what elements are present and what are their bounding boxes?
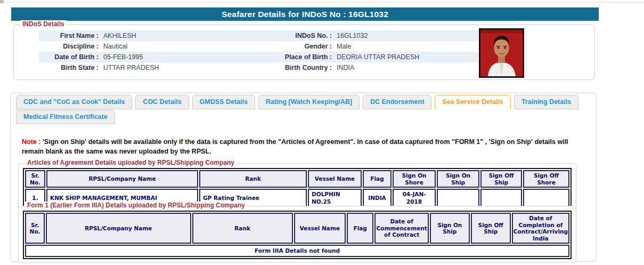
place-of-birth-label: Place of Birth : [238,52,333,62]
cell-flag: INDIA [363,189,392,207]
tab-bar-row-2: Medical Fitness Certificate [16,110,115,124]
sign-on-ship-note: Note : 'Sign on Ship' details will be av… [22,137,581,156]
form1-details-section: Form 1 (Earlier Form IIIA) Details uploa… [18,206,576,263]
col-header-rank: Rank [192,213,293,244]
col-header-sign-off-ship: Sign Off Ship [480,170,522,188]
place-of-birth-value: DEORIA UTTAR PRADESH [333,52,478,62]
indos-row-first-name: First Name : AKHILESH INDoS No. : 16GL10… [39,30,478,41]
col-header-flag: Flag [347,213,374,244]
birth-state-value: UTTAR PRADESH [100,62,238,73]
page-title: Seafarer Details for INDoS No : 16GL1032 [11,7,599,21]
col-header-flag: Flag [363,170,392,188]
cell-sign-off-shore [523,189,569,207]
form1-header-row: Sr. No. RPSL/Company Name Rank Vessel Na… [25,213,569,244]
col-header-vessel: Vessel Name [308,170,362,188]
first-name-label: First Name : [39,30,100,41]
note-text: 'Sign on Ship' details will be available… [22,138,568,155]
tab-sea-service-details[interactable]: Sea Service Details [435,95,511,109]
col-header-sign-off-shore: Sign Off Shore [523,170,569,188]
tab-rating-watch-keeping-ab[interactable]: Rating [Watch Keeping/AB] [258,95,360,109]
cell-sign-on-shore: 04-JAN-2018 [393,189,436,207]
date-of-birth-label: Date of Birth : [39,52,100,62]
tab-coc-details[interactable]: COC Details [135,95,189,109]
col-header-vessel: Vessel Name [294,213,346,244]
form1-details-table: Sr. No. RPSL/Company Name Rank Vessel Na… [23,211,572,259]
indos-no-value: 16GL1032 [333,30,478,41]
form1-details-legend: Form 1 (Earlier Form IIIA) Details uploa… [25,202,247,209]
seafarer-tabs-panel: CDC and "CoC as Cook" Details COC Detail… [10,93,597,262]
col-header-sr-no: Sr. No. [25,213,45,244]
col-header-sign-on-shore: Sign On Shore [393,170,436,188]
col-header-date-of-completion: Date of Completion of Contract/Arriving … [512,213,569,244]
note-prefix: Note : [22,138,40,146]
col-header-date-of-commencement: Date of Commencement of Contract [374,213,428,244]
col-header-rank: Rank [199,170,307,188]
indos-no-label: INDoS No. : [238,30,333,41]
col-header-company: RPSL/Company Name [46,213,191,244]
col-header-sign-on-ship: Sign On Ship [430,213,470,244]
indos-details-section: INDoS Details First Name : AKHILESH INDo… [13,25,595,80]
date-of-birth-value: 05-FEB-1995 [100,52,238,62]
tab-cdc-coc-as-cook-details[interactable]: CDC and "CoC as Cook" Details [16,95,132,109]
birth-country-value: INDIA [333,62,478,73]
col-header-company: RPSL/Company Name [46,170,198,188]
cell-sign-off-ship [480,189,522,207]
seafarer-photo [479,28,524,78]
articles-of-agreement-legend: Articles of Agreement Details uploaded b… [25,159,237,166]
page-top-divider [0,2,644,3]
gender-value: Male [333,41,478,52]
discipline-value: Nautical [100,41,238,52]
tab-bar-row-1: CDC and "CoC as Cook" Details COC Detail… [16,95,578,109]
indos-details-grid: First Name : AKHILESH INDoS No. : 16GL10… [39,30,478,73]
col-header-sr-no: Sr. No. [25,170,45,188]
articles-header-row: Sr. No. RPSL/Company Name Rank Vessel Na… [25,170,569,188]
tab-gmdss-details[interactable]: GMDSS Details [192,95,255,109]
indos-row-date-of-birth: Date of Birth : 05-FEB-1995 Place of Bir… [39,52,478,62]
gender-label: Gender : [238,41,333,52]
col-header-sign-on-ship: Sign On Ship [437,170,479,188]
birth-country-label: Birth Country : [238,62,333,73]
col-header-sign-off-ship: Sign Off Ship [471,213,511,244]
form1-empty-row: Form IIIA Details not found [25,245,569,257]
tab-medical-fitness-certificate[interactable]: Medical Fitness Certificate [16,110,115,124]
first-name-value: AKHILESH [100,30,238,41]
birth-state-label: Birth State : [39,62,100,73]
page-corner-mark [0,0,4,3]
tab-training-details[interactable]: Training Details [514,95,578,109]
indos-details-legend: INDoS Details [20,20,67,28]
discipline-label: Discipline : [39,41,100,52]
form1-not-found-message: Form IIIA Details not found [25,245,569,257]
cell-sign-on-ship [437,189,479,207]
indos-row-birth-state: Birth State : UTTAR PRADESH Birth Countr… [39,62,478,73]
indos-row-discipline: Discipline : Nautical Gender : Male [39,41,478,52]
cell-vessel: DOLPHIN NO.25 [308,189,362,207]
tab-dc-endorsement[interactable]: DC Endorsement [363,95,431,109]
